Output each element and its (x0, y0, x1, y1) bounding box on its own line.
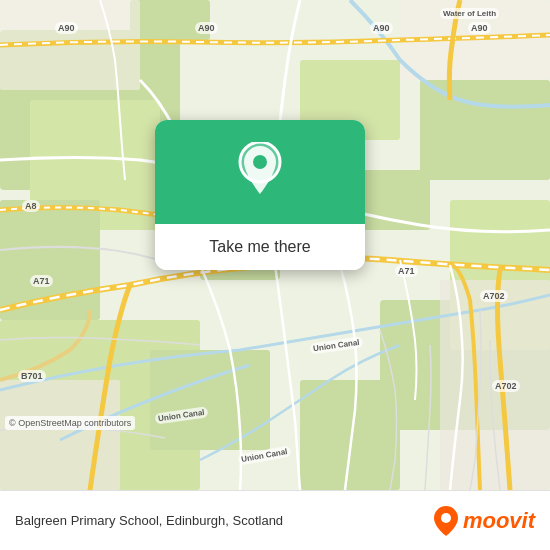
road-label-a90-1: A90 (55, 22, 78, 34)
copyright-text: © OpenStreetMap contributors (5, 416, 135, 430)
map-container: A90 A90 A90 A90 A8 A71 A71 A71 B701 A702… (0, 0, 550, 490)
road-label-a90-2: A90 (195, 22, 218, 34)
road-label-a8: A8 (22, 200, 40, 212)
moovit-pin-icon (433, 506, 459, 536)
svg-rect-12 (130, 0, 210, 40)
road-label-b701: B701 (18, 370, 46, 382)
svg-point-22 (441, 513, 451, 523)
road-label-a90-4: A90 (468, 22, 491, 34)
location-pin-icon (238, 142, 282, 202)
moovit-brand-text: moovit (463, 508, 535, 534)
cta-card: Take me there (155, 120, 365, 270)
road-label-a71-3: A71 (395, 265, 418, 277)
svg-point-21 (253, 155, 267, 169)
road-label-a702-1: A702 (480, 290, 508, 302)
road-label-a71-1: A71 (30, 275, 53, 287)
svg-rect-4 (420, 80, 550, 180)
location-text: Balgreen Primary School, Edinburgh, Scot… (15, 513, 433, 528)
take-me-there-button[interactable]: Take me there (155, 224, 365, 270)
svg-rect-10 (0, 200, 100, 320)
road-label-a90-3: A90 (370, 22, 393, 34)
road-label-water-of-leith: Water of Leith (440, 8, 499, 19)
svg-rect-7 (150, 350, 270, 450)
svg-rect-8 (300, 380, 400, 490)
moovit-logo: moovit (433, 506, 535, 536)
bottom-bar: Balgreen Primary School, Edinburgh, Scot… (0, 490, 550, 550)
cta-header (155, 120, 365, 224)
road-label-a702-2: A702 (492, 380, 520, 392)
